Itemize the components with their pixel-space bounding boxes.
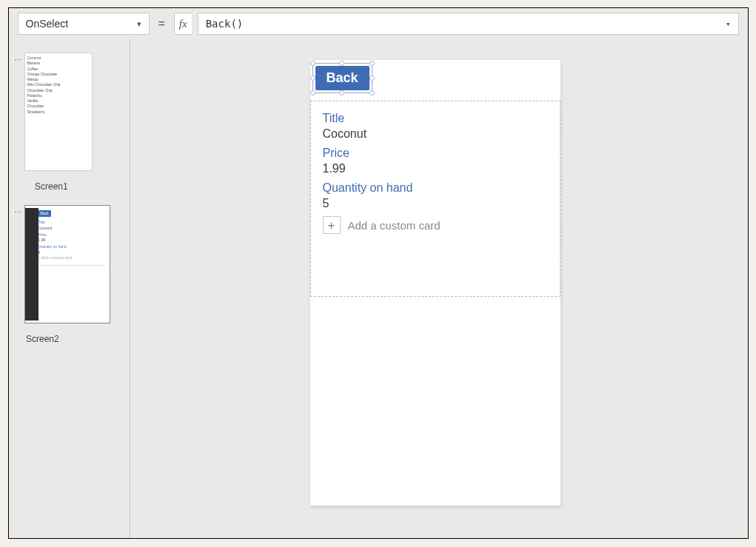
formula-input[interactable]: Back() ▾ [198,13,739,35]
list-item: Mango [27,77,90,82]
card-price-label: Price [323,147,548,160]
back-button-label: Back [327,70,358,85]
add-custom-card-label: Add a custom card [348,219,441,232]
plus-icon: + [323,216,341,234]
back-button[interactable]: Back [315,66,369,90]
ellipsis-icon[interactable]: ··· [13,205,24,216]
thumbnail-label: Title [27,220,105,225]
thumbnail-screen2-caption: Screen2 [26,334,112,344]
card-title-label: Title [323,112,548,125]
list-item: Chocolate Chip [27,88,90,93]
property-dropdown[interactable]: OnSelect ▾ [18,13,150,35]
chevron-down-icon: ▾ [137,19,141,29]
ellipsis-icon[interactable]: ··· [13,53,24,64]
resize-handle-icon[interactable] [339,61,344,66]
resize-handle-icon[interactable] [310,90,315,95]
formula-expression: Back() [206,18,244,30]
canvas-area[interactable]: Back Title [130,39,748,538]
thumbnail-value: 5 [27,250,105,255]
workspace: ··· Coconut Banana Coffee Orange Chocola… [9,39,748,538]
resize-handle-icon[interactable] [339,90,344,95]
resize-handle-icon[interactable] [310,75,315,81]
thumbnail-value: Coconut [27,226,105,231]
screens-sidebar: ··· Coconut Banana Coffee Orange Chocola… [9,39,130,538]
list-item: Vanilla [27,98,90,104]
thumbnail-add: + Add a custom card [27,255,105,261]
list-item: Banana [27,61,90,66]
formula-bar: OnSelect ▾ = fx Back() ▾ [9,8,748,39]
thumbnail-screen1-preview: Coconut Banana Coffee Orange Chocolate M… [24,53,93,171]
app-frame: OnSelect ▾ = fx Back() ▾ ··· Coconut Ban… [8,7,749,539]
list-item: Mint Chocolate Chip [27,82,90,87]
resize-handle-icon[interactable] [310,61,315,66]
fx-label: fx [174,13,192,35]
thumbnail-label: Quantity on hand [27,244,105,249]
card-quantity-value: 5 [323,197,548,210]
list-item: Strawberry [27,110,90,115]
screen-canvas[interactable]: Back Title [310,60,561,506]
resize-handle-icon[interactable] [369,90,375,95]
card-title-value: Coconut [323,127,548,141]
list-item: Coconut [27,56,90,61]
resize-handle-icon[interactable] [369,75,375,81]
list-item: Orange Chocolate [27,72,90,77]
card-quantity-label: Quantity on hand [323,181,548,195]
thumbnail-value: 1.99 [27,238,105,243]
card-price-value: 1.99 [323,162,548,175]
thumbnail-screen1[interactable]: ··· Coconut Banana Coffee Orange Chocola… [13,53,126,192]
thumbnail-screen2[interactable]: ··· Back Title Coconut Price 1.99 Quanti… [13,205,126,344]
list-item: Coffee [27,67,90,72]
add-custom-card-button[interactable]: + Add a custom card [323,216,548,234]
display-form[interactable]: Title Coconut Price 1.99 Quantity on han… [310,101,561,297]
thumbnail-screen1-caption: Screen1 [35,181,103,192]
thumbnail-label: Price [27,232,105,238]
list-item: Pistachio [27,93,90,98]
property-dropdown-value: OnSelect [26,18,69,30]
thumbnail-screen2-preview: Back Title Coconut Price 1.99 Quantity o… [24,205,110,323]
resize-handle-icon[interactable] [369,61,375,66]
thumbnail-back-button: Back [39,210,51,217]
chevron-down-icon: ▾ [726,19,731,29]
equals-label: = [155,17,168,30]
list-item: Chocolate [27,104,90,109]
back-button-wrapper: Back [315,66,369,90]
